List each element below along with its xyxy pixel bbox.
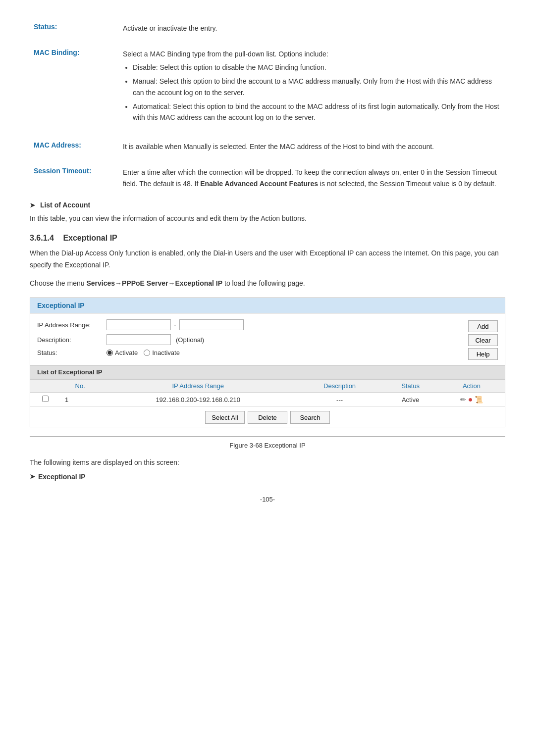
choose-menu-suffix: to load the following page. (222, 279, 305, 287)
list-of-account-heading: ➤ List of Account (30, 201, 505, 209)
col-status: Status (382, 380, 438, 393)
exc-ip-body: IP Address Range: - Description: (Option… (30, 313, 505, 365)
col-checkbox (30, 380, 61, 393)
section-title: Exceptional IP (63, 234, 117, 242)
ip-dash: - (174, 321, 176, 329)
fig-caption: Figure 3-68 Exceptional IP (30, 442, 505, 449)
help-button[interactable]: Help (468, 348, 498, 360)
list-of-account-label: List of Account (40, 201, 90, 209)
clear-button[interactable]: Clear (468, 334, 498, 346)
choose-menu-path: Services→PPPoE Server→Exceptional IP (86, 279, 222, 287)
page-number: -105- (30, 496, 505, 503)
list-of-account-desc: In this table, you can view the informat… (30, 213, 505, 225)
bullet-manual: Manual: Select this option to bind the a… (133, 76, 501, 98)
doc-table-mac-binding: MAC Binding: Select a MAC Binding type f… (30, 46, 505, 129)
exc-ip-arrow-heading: ➤ Exceptional IP (30, 473, 505, 481)
edit-icon[interactable]: ✏ (460, 396, 466, 403)
ip-end-input[interactable] (179, 319, 244, 330)
exc-ip-arrow-icon: ➤ (30, 473, 35, 480)
bullet-disable: Disable: Select this option to disable t… (133, 62, 501, 73)
exc-ip-arrow-label: Exceptional IP (38, 473, 86, 481)
mac-binding-bullets: Disable: Select this option to disable t… (123, 62, 501, 123)
row-checkbox-cell (30, 393, 61, 407)
exc-ip-box-header: Exceptional IP (30, 298, 505, 313)
table-header-row: No. IP Address Range Description Status … (30, 380, 505, 393)
inactivate-radio[interactable] (144, 350, 150, 356)
bottom-btn-row: Select All Delete Search (30, 407, 505, 427)
activate-text: Activate (115, 349, 138, 356)
section-desc: When the Dial-up Access Only function is… (30, 248, 505, 271)
exceptional-ip-box: Exceptional IP IP Address Range: - Descr… (30, 298, 505, 427)
section-num: 3.6.1.4 (30, 234, 54, 242)
doc-table-status: Status: Activate or inactivate the entry… (30, 20, 505, 37)
status-row: Status: Activate Inactivate (37, 349, 458, 356)
row-checkbox[interactable] (42, 396, 49, 402)
action-icons: ✏ ● 📜 (442, 395, 501, 404)
exc-ip-form-btns: Add Clear Help (468, 319, 498, 360)
search-button[interactable]: Search (290, 411, 330, 424)
row-actions: ✏ ● 📜 (438, 393, 505, 407)
description-row: Description: (Optional) (37, 334, 458, 345)
col-ip-range: IP Address Range (99, 380, 297, 393)
select-all-button[interactable]: Select All (205, 411, 245, 424)
divider (30, 436, 505, 437)
choose-menu-prefix: Choose the menu (30, 279, 86, 287)
ip-address-range-label: IP Address Range: (37, 321, 107, 329)
exc-ip-form-fields: IP Address Range: - Description: (Option… (37, 319, 458, 358)
session-timeout-content: Enter a time after which the connection … (123, 168, 497, 187)
session-timeout-label: Session Timeout: (34, 167, 91, 175)
description-label: Description: (37, 336, 107, 344)
activate-radio[interactable] (107, 350, 113, 356)
col-action: Action (438, 380, 505, 393)
row-description: --- (297, 393, 382, 407)
mac-address-content: It is available when Manually is selecte… (123, 143, 434, 151)
col-description: Description (297, 380, 382, 393)
copy-icon[interactable]: 📜 (475, 396, 483, 403)
mac-binding-label: MAC Binding: (34, 49, 80, 56)
bullet-automatical: Automatical: Select this option to bind … (133, 101, 501, 123)
table-row: 1 192.168.0.200-192.168.0.210 --- Active… (30, 393, 505, 407)
section-heading: 3.6.1.4 Exceptional IP (30, 234, 505, 243)
add-button[interactable]: Add (468, 320, 498, 332)
exc-list-table: No. IP Address Range Description Status … (30, 379, 505, 407)
row-ip-range: 192.168.0.200-192.168.0.210 (99, 393, 297, 407)
activate-radio-label[interactable]: Activate (107, 349, 138, 356)
status-field-label: Status: (37, 349, 107, 356)
choose-menu-text: Choose the menu Services→PPPoE Server→Ex… (30, 278, 505, 290)
following-items: The following items are displayed on thi… (30, 457, 505, 469)
optional-label: (Optional) (176, 336, 204, 344)
mac-address-label: MAC Address: (34, 141, 81, 149)
ip-address-range-row: IP Address Range: - (37, 319, 458, 330)
delete-button[interactable]: Delete (248, 411, 287, 424)
exc-ip-form-with-btns: IP Address Range: - Description: (Option… (37, 319, 498, 360)
ip-start-input[interactable] (107, 319, 171, 330)
row-status: Active (382, 393, 438, 407)
status-label: Status: (34, 23, 57, 31)
mac-binding-intro: Select a MAC Binding type from the pull-… (123, 50, 328, 58)
status-radio-group: Activate Inactivate (107, 349, 180, 356)
row-no: 1 (61, 393, 99, 407)
status-content: Activate or inactivate the entry. (123, 24, 217, 32)
doc-table-session-timeout: Session Timeout: Enter a time after whic… (30, 164, 505, 192)
delete-icon[interactable]: ● (468, 395, 473, 404)
col-no: No. (61, 380, 99, 393)
arrow-icon: ➤ (30, 202, 35, 209)
inactivate-radio-label[interactable]: Inactivate (144, 349, 180, 356)
list-exc-header: List of Exceptional IP (30, 365, 505, 379)
description-input[interactable] (107, 334, 171, 345)
doc-table-mac-address: MAC Address: It is available when Manual… (30, 138, 505, 155)
inactivate-text: Inactivate (152, 349, 180, 356)
